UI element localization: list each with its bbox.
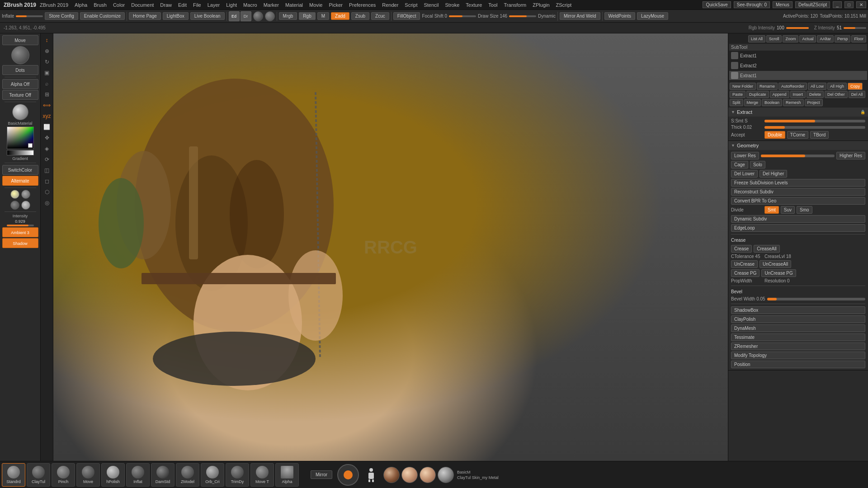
floor-btn[interactable]: Floor xyxy=(851,35,866,42)
duplicate-btn[interactable]: Duplicate xyxy=(746,91,769,98)
subtool-item-extract1b[interactable]: Extract1 xyxy=(729,71,867,80)
mirror-btn[interactable]: Mirror xyxy=(311,470,332,479)
maximize-btn[interactable]: □ xyxy=(844,1,854,8)
brush-icon[interactable] xyxy=(11,46,29,64)
extract-tcorne-btn[interactable]: TCorne xyxy=(787,131,808,139)
menu-draw[interactable]: Document xyxy=(128,1,156,9)
texture-off-btn[interactable]: Texture Off xyxy=(2,90,38,100)
move-t-brush-btn[interactable]: Move T xyxy=(250,463,274,487)
edit-btn[interactable]: Ed xyxy=(229,11,240,21)
menu-light[interactable]: Layer xyxy=(205,1,223,9)
zmodel-brush-btn[interactable]: ZModel xyxy=(176,463,199,487)
menu-zplugin[interactable]: Transform xyxy=(501,1,529,9)
dots-btn[interactable]: Dots xyxy=(2,65,38,75)
crease-pg-btn[interactable]: Crease PG xyxy=(731,269,760,277)
menu-movie[interactable]: Material xyxy=(283,1,306,9)
extract-thick-slider[interactable] xyxy=(764,126,865,129)
suv-btn[interactable]: Suv xyxy=(781,206,795,214)
move-brush-btn[interactable]: Move xyxy=(76,463,100,487)
fill-object-btn[interactable]: FillObject xyxy=(393,12,420,20)
icon-strip-solo[interactable]: ◎ xyxy=(42,198,52,208)
draw-btn[interactable]: Dr xyxy=(241,11,251,21)
rename-btn[interactable]: Rename xyxy=(757,83,778,90)
mirror-weld-btn[interactable]: Mirror And Weld xyxy=(560,12,600,20)
uncrease-all-btn[interactable]: UnCreaseAll xyxy=(760,260,791,268)
smt-btn[interactable]: Smt xyxy=(764,206,779,214)
gradient-strip[interactable] xyxy=(7,150,34,155)
basicm-sphere[interactable] xyxy=(383,467,400,483)
menu-transform[interactable]: Tool xyxy=(486,1,500,9)
split-btn[interactable]: Split xyxy=(730,99,743,106)
menus-btn[interactable]: Menus xyxy=(773,1,793,8)
icon-strip-rotate[interactable]: ↻ xyxy=(42,57,52,67)
icon-strip-space3d[interactable]: ◈ xyxy=(42,144,52,154)
damstd-brush-btn[interactable]: DamStd xyxy=(151,463,175,487)
light1-icon[interactable] xyxy=(10,190,19,199)
see-through-btn[interactable]: See-through: 0 xyxy=(734,1,770,8)
zcuc-btn[interactable]: Zcuc xyxy=(371,12,389,20)
menu-render[interactable]: Preferences xyxy=(346,1,378,9)
actual-btn[interactable]: Actual xyxy=(799,35,816,42)
crease-btn[interactable]: Crease xyxy=(731,245,752,253)
close-btn[interactable]: ✕ xyxy=(856,1,866,8)
icon-strip-move[interactable]: ↕ xyxy=(42,35,52,45)
claytul-brush-btn[interactable]: ClayTul xyxy=(27,463,50,487)
copy-btn[interactable]: Copy xyxy=(848,83,863,90)
trimdy-brush-btn[interactable]: TrimDy xyxy=(226,463,249,487)
icon-strip-move2[interactable]: ✥ xyxy=(42,133,52,143)
menu-stencil[interactable]: Script xyxy=(402,1,420,9)
del-lower-btn[interactable]: Del Lower xyxy=(731,170,758,178)
skin-sphere[interactable] xyxy=(420,467,436,483)
alternate-btn[interactable]: Alternate xyxy=(2,176,38,186)
home-page-btn[interactable]: Home Page xyxy=(129,12,161,20)
icon-strip-select[interactable]: ▣ xyxy=(42,68,52,78)
freeze-subdiv-btn[interactable]: Freeze SubDivision Levels xyxy=(731,179,865,187)
crease-all-btn[interactable]: CreaseAll xyxy=(754,245,779,253)
menu-file[interactable]: Edit xyxy=(175,1,189,9)
higher-res-btn[interactable]: Higher Res xyxy=(836,152,865,160)
move-btn[interactable]: Move xyxy=(2,35,38,45)
paste-btn[interactable]: Paste xyxy=(730,91,745,98)
list-all-btn[interactable]: List All xyxy=(748,35,765,42)
cage-btn[interactable]: Cage xyxy=(731,161,748,169)
position-btn[interactable]: Position xyxy=(731,361,865,368)
light4-icon[interactable] xyxy=(21,201,30,210)
icon-strip-frame[interactable]: ⬜ xyxy=(42,122,52,132)
focal-shift-slider[interactable] xyxy=(449,15,476,17)
edge-loop-btn[interactable]: EdgeLoop xyxy=(731,224,865,232)
draw-size-slider[interactable] xyxy=(509,15,536,17)
new-folder-btn[interactable]: New Folder xyxy=(730,83,756,90)
icon-strip-xyz[interactable]: xyz xyxy=(42,111,52,121)
menu-script[interactable]: Render xyxy=(379,1,401,9)
menu-document[interactable]: Color xyxy=(110,1,127,9)
material-preview-icon[interactable] xyxy=(265,11,275,21)
icon-strip-zoom[interactable]: ⌕ xyxy=(42,79,52,89)
subdiv-level-slider[interactable] xyxy=(761,155,835,157)
light2-icon[interactable] xyxy=(21,190,30,199)
zsub-btn[interactable]: Zsub xyxy=(351,12,369,20)
uncrease-btn[interactable]: UnCrease xyxy=(731,260,758,268)
menu-layer[interactable]: File xyxy=(190,1,204,9)
bevel-width-slider[interactable] xyxy=(767,298,865,300)
shadow-btn[interactable]: Shadow xyxy=(2,238,38,248)
enable-customize-btn[interactable]: Enable Customize xyxy=(80,12,125,20)
extract-smt-slider[interactable] xyxy=(764,120,865,122)
aaltar-btn[interactable]: AAltar xyxy=(817,35,834,42)
z-intensity-slider[interactable] xyxy=(844,27,866,29)
solo-btn[interactable]: Solo xyxy=(750,161,765,169)
menu-material[interactable]: Marker xyxy=(261,1,282,9)
merge-btn[interactable]: Merge xyxy=(744,99,761,106)
icon-strip-ghost[interactable]: ◻ xyxy=(42,176,52,186)
menu-tool[interactable]: Texture xyxy=(463,1,485,9)
metal-sphere[interactable] xyxy=(438,467,454,483)
extract-double-btn[interactable]: Double xyxy=(764,131,785,139)
menu-stroke[interactable]: Stencil xyxy=(421,1,441,9)
lower-res-btn[interactable]: Lower Res xyxy=(731,152,759,160)
all-high-btn[interactable]: All High xyxy=(827,83,847,90)
zadd-btn[interactable]: Zadd xyxy=(331,12,349,20)
append-btn[interactable]: Append xyxy=(770,91,789,98)
icon-strip-sym[interactable]: ⟺ xyxy=(42,100,52,110)
basic-material-sphere[interactable] xyxy=(12,104,28,120)
orb-cri-brush-btn[interactable]: Orb_Cri xyxy=(201,463,224,487)
weld-points-btn[interactable]: WeldPoints xyxy=(604,12,635,20)
